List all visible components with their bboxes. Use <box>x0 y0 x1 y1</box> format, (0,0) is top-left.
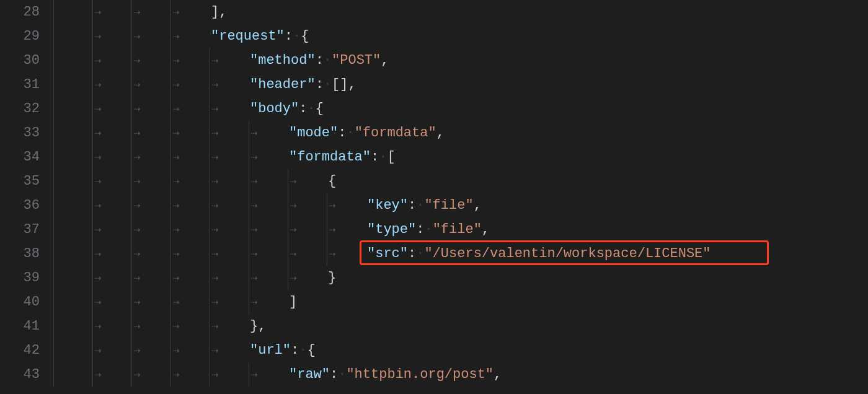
token-key: "src" <box>367 246 408 261</box>
token-punct: } <box>328 270 336 286</box>
code-text: "method":·"POST", <box>53 48 389 72</box>
code-text: "formdata":·[ <box>53 145 396 169</box>
line-number: 33 <box>0 121 53 145</box>
code-text: } <box>53 266 336 290</box>
code-text: "body":·{ <box>53 97 324 121</box>
token-key: "header" <box>250 77 316 92</box>
code-line[interactable]: 40⇢⇢⇢⇢⇢] <box>0 290 868 314</box>
token-ws-dot: · <box>424 222 432 237</box>
token-ws-dot: · <box>338 367 346 382</box>
code-content[interactable]: ⇢⇢⇢⇢"header":·[], <box>53 72 868 97</box>
token-ws-dot: · <box>293 28 301 44</box>
token-punct: : <box>299 101 307 116</box>
token-ws-dot: · <box>324 53 332 68</box>
token-ws-dot: · <box>379 149 387 165</box>
token-punct: : <box>285 28 293 44</box>
token-key: "method" <box>250 53 316 68</box>
code-content[interactable]: ⇢⇢⇢⇢⇢⇢{ <box>53 169 868 193</box>
token-punct: : <box>330 367 338 382</box>
code-line[interactable]: 28⇢⇢⇢], <box>0 0 868 24</box>
line-number: 30 <box>0 48 53 72</box>
line-number: 28 <box>0 0 53 24</box>
code-content[interactable]: ⇢⇢⇢⇢⇢⇢} <box>53 266 868 290</box>
code-text: { <box>53 169 336 193</box>
code-text: "url":·{ <box>53 338 316 362</box>
code-line[interactable]: 32⇢⇢⇢⇢"body":·{ <box>0 97 868 121</box>
code-text: ] <box>53 290 297 314</box>
code-line[interactable]: 38⇢⇢⇢⇢⇢⇢⇢"src":·"/Users/valentin/workspa… <box>0 242 868 266</box>
code-text: "type":·"file", <box>53 217 490 242</box>
token-punct: { <box>316 101 324 116</box>
token-ws-dot: · <box>307 101 315 116</box>
token-punct: ], <box>211 4 227 20</box>
token-punct: { <box>301 28 309 44</box>
code-content[interactable]: ⇢⇢⇢⇢⇢"mode":·"formdata", <box>53 121 868 145</box>
code-text: ], <box>53 0 227 24</box>
token-key: "mode" <box>289 125 338 141</box>
token-ws-dot: · <box>324 77 332 92</box>
line-number: 35 <box>0 169 53 193</box>
code-content[interactable]: ⇢⇢⇢⇢⇢⇢⇢"type":·"file", <box>53 217 868 242</box>
token-punct: : <box>338 125 346 141</box>
token-punct: : <box>408 198 416 213</box>
code-content[interactable]: ⇢⇢⇢⇢"url":·{ <box>53 338 868 362</box>
line-number: 42 <box>0 338 53 362</box>
line-number: 36 <box>0 193 53 217</box>
code-content[interactable]: ⇢⇢⇢⇢⇢⇢⇢"src":·"/Users/valentin/workspace… <box>53 242 868 266</box>
token-punct: }, <box>250 318 266 334</box>
token-punct: [], <box>332 77 356 92</box>
token-key: "url" <box>250 343 291 358</box>
token-punct: { <box>307 343 315 358</box>
code-content[interactable]: ⇢⇢⇢"request":·{ <box>53 24 868 48</box>
token-key: "key" <box>367 198 408 213</box>
token-key: "body" <box>250 101 299 116</box>
code-text: "header":·[], <box>53 72 356 97</box>
code-line[interactable]: 31⇢⇢⇢⇢"header":·[], <box>0 72 868 97</box>
code-line[interactable]: 37⇢⇢⇢⇢⇢⇢⇢"type":·"file", <box>0 217 868 242</box>
line-number: 40 <box>0 290 53 314</box>
token-punct: , <box>482 222 490 237</box>
code-line[interactable]: 30⇢⇢⇢⇢"method":·"POST", <box>0 48 868 72</box>
code-text: "src":·"/Users/valentin/workspace/LICENS… <box>53 242 711 266</box>
line-number: 32 <box>0 97 53 121</box>
code-editor[interactable]: 28⇢⇢⇢],29⇢⇢⇢"request":·{30⇢⇢⇢⇢"method":·… <box>0 0 868 394</box>
code-content[interactable]: ⇢⇢⇢⇢"method":·"POST", <box>53 48 868 72</box>
code-content[interactable]: ⇢⇢⇢⇢⇢] <box>53 290 868 314</box>
code-line[interactable]: 34⇢⇢⇢⇢⇢"formdata":·[ <box>0 145 868 169</box>
code-line[interactable]: 29⇢⇢⇢"request":·{ <box>0 24 868 48</box>
token-key: "type" <box>367 222 416 237</box>
token-punct: : <box>416 222 424 237</box>
token-ws-dot: · <box>346 125 354 141</box>
token-punct: , <box>494 367 502 382</box>
code-text: }, <box>53 314 266 338</box>
code-line[interactable]: 33⇢⇢⇢⇢⇢"mode":·"formdata", <box>0 121 868 145</box>
code-content[interactable]: ⇢⇢⇢⇢⇢"formdata":·[ <box>53 145 868 169</box>
code-line[interactable]: 43⇢⇢⇢⇢⇢"raw":·"httpbin.org/post", <box>0 362 868 387</box>
code-line[interactable]: 35⇢⇢⇢⇢⇢⇢{ <box>0 169 868 193</box>
code-content[interactable]: ⇢⇢⇢⇢⇢"raw":·"httpbin.org/post", <box>53 362 868 387</box>
token-punct: ] <box>289 294 297 310</box>
code-line[interactable]: 41⇢⇢⇢⇢}, <box>0 314 868 338</box>
token-punct: , <box>436 125 445 141</box>
token-str: "httpbin.org/post" <box>346 367 494 382</box>
code-line[interactable]: 42⇢⇢⇢⇢"url":·{ <box>0 338 868 362</box>
token-punct: : <box>371 149 379 165</box>
token-ws-dot: · <box>299 343 307 358</box>
code-content[interactable]: ⇢⇢⇢⇢"body":·{ <box>53 97 868 121</box>
line-number: 37 <box>0 217 53 242</box>
token-key: "raw" <box>289 367 330 382</box>
token-punct: , <box>381 53 389 68</box>
code-content[interactable]: ⇢⇢⇢], <box>53 0 868 24</box>
token-ws-dot: · <box>416 246 424 261</box>
code-content[interactable]: ⇢⇢⇢⇢}, <box>53 314 868 338</box>
token-str: "/Users/valentin/workspace/LICENSE" <box>424 246 711 261</box>
code-text: "mode":·"formdata", <box>53 121 445 145</box>
token-str: "file" <box>424 198 473 213</box>
code-line[interactable]: 36⇢⇢⇢⇢⇢⇢⇢"key":·"file", <box>0 193 868 217</box>
token-key: "formdata" <box>289 149 371 165</box>
line-number: 38 <box>0 242 53 266</box>
line-number: 29 <box>0 24 53 48</box>
code-content[interactable]: ⇢⇢⇢⇢⇢⇢⇢"key":·"file", <box>53 193 868 217</box>
code-text: "key":·"file", <box>53 193 482 217</box>
code-line[interactable]: 39⇢⇢⇢⇢⇢⇢} <box>0 266 868 290</box>
